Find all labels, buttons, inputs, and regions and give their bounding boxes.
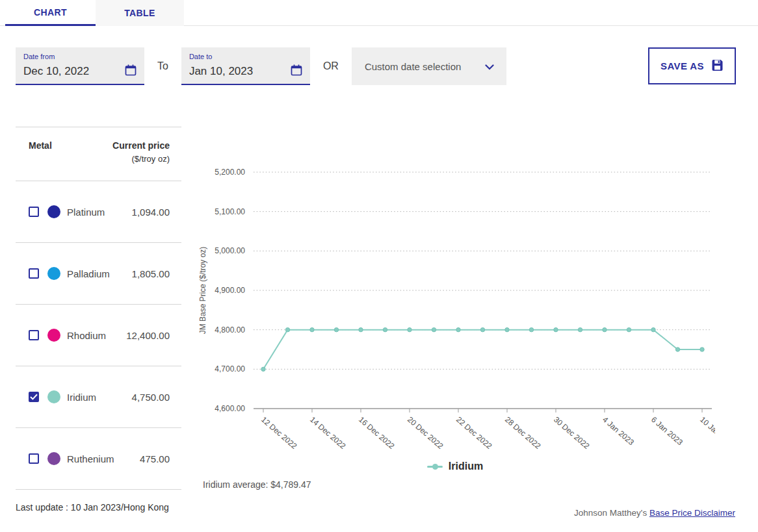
chart-legend[interactable]: Iridium (195, 458, 715, 475)
metals-panel: Metal Current price ($/troy oz) Platinum… (16, 127, 181, 513)
metal-name: Iridium (67, 392, 96, 403)
metal-color-dot (47, 205, 60, 218)
price-column-unit: ($/troy oz) (112, 154, 170, 164)
last-update-text: Last update : 10 Jan 2023/Hong Kong (16, 502, 181, 513)
svg-text:5,000.00: 5,000.00 (215, 246, 245, 255)
metal-row-iridium[interactable]: Iridium 4,750.00 (16, 366, 181, 428)
metal-name: Palladium (67, 268, 110, 279)
svg-text:6 Jan 2023: 6 Jan 2023 (649, 415, 685, 448)
date-to-field[interactable]: Date to Jan 10, 2023 (181, 47, 310, 85)
calendar-icon[interactable] (124, 64, 137, 79)
svg-text:4,900.00: 4,900.00 (215, 286, 245, 295)
metal-checkbox[interactable] (29, 330, 39, 340)
metals-header: Metal Current price ($/troy oz) (16, 127, 181, 181)
svg-text:5,200.00: 5,200.00 (215, 168, 245, 177)
svg-text:10 Jan 2023: 10 Jan 2023 (698, 415, 715, 450)
disclaimer-prefix: Johnson Matthey's (574, 508, 649, 518)
legend-label: Iridium (449, 461, 483, 472)
metal-price: 4,750.00 (132, 392, 170, 403)
metal-color-dot (47, 390, 60, 403)
save-as-button[interactable]: SAVE AS (648, 47, 736, 84)
custom-date-select[interactable]: Custom date selection (352, 47, 506, 85)
metal-checkbox[interactable] (29, 453, 39, 464)
date-to-value: Jan 10, 2023 (189, 65, 253, 78)
chevron-down-icon (485, 61, 494, 72)
metal-price: 12,400.00 (126, 330, 170, 341)
base-price-disclaimer-link[interactable]: Base Price Disclaimer (649, 508, 735, 518)
svg-text:22 Dec 2022: 22 Dec 2022 (454, 415, 494, 451)
svg-text:5,100.00: 5,100.00 (215, 207, 245, 216)
price-line-chart: 4,600.004,700.004,800.004,900.005,000.00… (195, 161, 715, 457)
metal-checkbox[interactable] (29, 207, 39, 217)
save-icon (711, 59, 724, 73)
metal-color-dot (47, 452, 60, 465)
svg-text:28 Dec 2022: 28 Dec 2022 (503, 415, 543, 451)
metal-name: Ruthenium (67, 453, 114, 464)
metal-color-dot (47, 267, 60, 280)
custom-date-select-value: Custom date selection (365, 61, 461, 72)
metal-price: 475.00 (140, 453, 170, 464)
svg-text:30 Dec 2022: 30 Dec 2022 (552, 415, 592, 451)
or-separator-text: OR (323, 47, 339, 85)
svg-text:14 Dec 2022: 14 Dec 2022 (308, 415, 348, 451)
metal-price: 1,094.00 (132, 207, 170, 218)
chart-area: 4,600.004,700.004,800.004,900.005,000.00… (195, 127, 715, 490)
calendar-icon[interactable] (290, 64, 303, 79)
date-from-value: Dec 10, 2022 (23, 65, 89, 78)
to-separator-text: To (157, 47, 168, 85)
svg-text:JM Base Price ($/troy oz): JM Base Price ($/troy oz) (198, 247, 207, 335)
metal-row-palladium[interactable]: Palladium 1,805.00 (16, 243, 181, 305)
date-from-label: Date from (23, 53, 137, 60)
save-as-label: SAVE AS (660, 60, 704, 71)
legend-line-marker-icon (427, 466, 443, 468)
tab-table[interactable]: TABLE (96, 0, 184, 26)
metal-row-platinum[interactable]: Platinum 1,094.00 (16, 181, 181, 243)
metal-name: Rhodium (67, 330, 106, 341)
tab-bar: CHART TABLE (0, 0, 758, 26)
date-controls: Date from Dec 10, 2022 To Date to Jan 10… (16, 47, 742, 85)
main-content: Metal Current price ($/troy oz) Platinum… (16, 127, 742, 513)
metal-checkbox[interactable] (29, 268, 39, 279)
svg-text:4,700.00: 4,700.00 (215, 364, 245, 374)
svg-text:16 Dec 2022: 16 Dec 2022 (357, 415, 397, 451)
metal-row-rhodium[interactable]: Rhodium 12,400.00 (16, 305, 181, 366)
svg-text:12 Dec 2022: 12 Dec 2022 (259, 415, 299, 451)
metal-color-dot (47, 329, 60, 342)
price-column-header: Current price (112, 140, 170, 151)
svg-text:4,800.00: 4,800.00 (215, 325, 245, 335)
metal-price: 1,805.00 (132, 268, 170, 279)
metal-column-header: Metal (29, 140, 52, 151)
average-note: Iridium average: $4,789.47 (195, 479, 715, 490)
tab-chart[interactable]: CHART (5, 0, 96, 26)
svg-text:4,600.00: 4,600.00 (215, 404, 245, 413)
metal-row-ruthenium[interactable]: Ruthenium 475.00 (16, 428, 181, 490)
date-to-label: Date to (189, 53, 303, 60)
metal-name: Platinum (67, 207, 105, 218)
svg-text:20 Dec 2022: 20 Dec 2022 (406, 415, 445, 451)
date-from-field[interactable]: Date from Dec 10, 2022 (16, 47, 144, 85)
metal-checkbox[interactable] (29, 392, 39, 402)
disclaimer-footer: Johnson Matthey's Base Price Disclaimer (574, 508, 735, 518)
svg-text:4 Jan 2023: 4 Jan 2023 (601, 415, 636, 448)
